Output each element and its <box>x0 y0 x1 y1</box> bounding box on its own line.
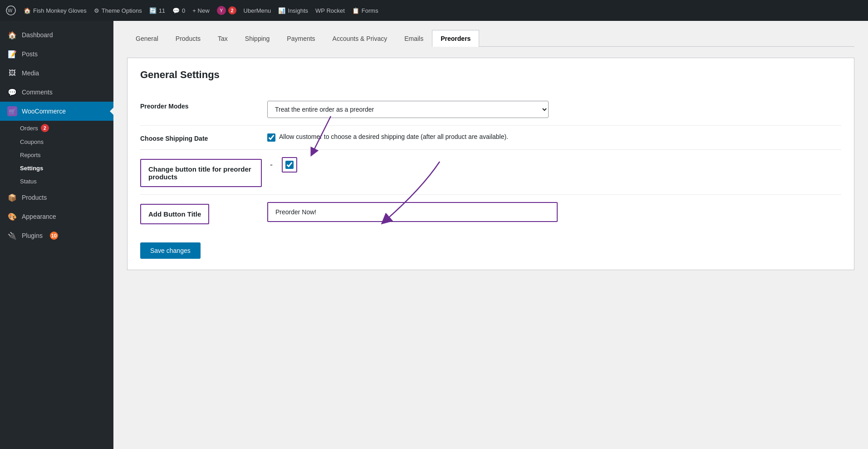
ubermenu-bar[interactable]: UberMenu <box>244 7 271 14</box>
shipping-date-row: Choose Shipping Date Allow customer to c… <box>140 126 841 150</box>
add-button-title-input[interactable] <box>268 203 557 221</box>
preorder-modes-label: Preorder Modes <box>140 94 267 126</box>
posts-icon: 📝 <box>7 49 17 59</box>
shipping-date-text: Allow customer to choose a desired shipp… <box>279 133 508 140</box>
new-button[interactable]: + New <box>192 7 209 14</box>
change-button-title-row: Change button title for preorder product… <box>140 150 841 195</box>
tab-preorders[interactable]: Preorders <box>432 30 479 47</box>
add-button-title-label: Add Button Title <box>140 204 209 224</box>
add-button-title-input-wrapper <box>267 202 558 222</box>
dashboard-icon: 🏠 <box>7 30 17 40</box>
comments-bar[interactable]: 💬 0 <box>172 7 185 14</box>
sidebar-item-media[interactable]: 🖼 Media <box>0 64 113 83</box>
sidebar-item-appearance[interactable]: 🎨 Appearance <box>0 207 113 226</box>
tab-products[interactable]: Products <box>167 30 209 47</box>
shipping-date-label: Choose Shipping Date <box>140 126 267 150</box>
shipping-date-checkbox[interactable] <box>267 133 275 142</box>
orders-badge: 2 <box>41 124 49 132</box>
woocommerce-icon: 🛒 <box>7 106 17 116</box>
settings-panel: General Settings Preorder Modes Treat th… <box>127 58 854 270</box>
sidebar-item-posts[interactable]: 📝 Posts <box>0 44 113 64</box>
change-button-title-cell: - <box>267 157 841 173</box>
tab-payments[interactable]: Payments <box>278 30 324 47</box>
sidebar-sub-status[interactable]: Status <box>0 175 113 188</box>
wp-logo[interactable]: W <box>5 5 16 16</box>
shipping-date-checkbox-label[interactable]: Allow customer to choose a desired shipp… <box>267 133 841 142</box>
preorder-modes-select[interactable]: Treat the entire order as a preorder Tre… <box>267 101 549 118</box>
wprocket-bar[interactable]: WP Rocket <box>315 7 345 14</box>
appearance-icon: 🎨 <box>7 212 17 222</box>
yoast-badge: 2 <box>228 6 236 15</box>
preorder-modes-row: Preorder Modes Treat the entire order as… <box>140 94 841 126</box>
plugins-badge: 10 <box>50 232 58 240</box>
insights-bar[interactable]: 📊 Insights <box>278 7 308 14</box>
theme-options[interactable]: ⚙ Theme Options <box>94 7 142 14</box>
save-changes-button[interactable]: Save changes <box>140 242 201 259</box>
products-icon: 📦 <box>7 192 17 202</box>
sidebar: 🏠 Dashboard 📝 Posts 🖼 Media 💬 Comments 🛒… <box>0 21 113 449</box>
main-layout: 🏠 Dashboard 📝 Posts 🖼 Media 💬 Comments 🛒… <box>0 21 868 449</box>
tab-shipping[interactable]: Shipping <box>236 30 279 47</box>
settings-table: Preorder Modes Treat the entire order as… <box>140 94 841 232</box>
svg-text:W: W <box>8 8 13 13</box>
tab-general[interactable]: General <box>127 30 167 47</box>
sidebar-item-plugins[interactable]: 🔌 Plugins 10 <box>0 226 113 245</box>
sidebar-sub-orders[interactable]: Orders 2 <box>0 121 113 135</box>
yoast-bar[interactable]: Y 2 <box>217 6 236 15</box>
site-name[interactable]: 🏠 Fish Monkey Gloves <box>24 7 87 14</box>
plugins-icon: 🔌 <box>7 231 17 241</box>
dash-separator: - <box>270 160 273 170</box>
change-button-title-checkbox[interactable] <box>285 161 294 169</box>
sidebar-item-products[interactable]: 📦 Products <box>0 188 113 207</box>
sidebar-sub-coupons[interactable]: Coupons <box>0 135 113 148</box>
tab-emails[interactable]: Emails <box>396 30 432 47</box>
comments-icon: 💬 <box>7 87 17 97</box>
sidebar-sub-settings[interactable]: Settings <box>0 162 113 175</box>
updates[interactable]: 🔄 11 <box>149 7 165 14</box>
add-button-title-row: Add Button Title <box>140 195 841 232</box>
page-title: General Settings <box>140 69 841 81</box>
tab-tax[interactable]: Tax <box>209 30 236 47</box>
forms-bar[interactable]: 📋 Forms <box>352 7 378 14</box>
change-button-checkbox-wrapper <box>282 157 297 173</box>
media-icon: 🖼 <box>7 68 17 78</box>
sidebar-sub-reports[interactable]: Reports <box>0 148 113 162</box>
settings-tabs: General Products Tax Shipping Payments A… <box>127 30 854 47</box>
admin-bar: W 🏠 Fish Monkey Gloves ⚙ Theme Options 🔄… <box>0 0 868 21</box>
sidebar-item-comments[interactable]: 💬 Comments <box>0 83 113 102</box>
tab-accounts-privacy[interactable]: Accounts & Privacy <box>324 30 396 47</box>
change-button-title-label: Change button title for preorder product… <box>140 159 262 187</box>
content-area: General Products Tax Shipping Payments A… <box>113 21 868 449</box>
sidebar-item-dashboard[interactable]: 🏠 Dashboard <box>0 25 113 44</box>
sidebar-item-woocommerce[interactable]: 🛒 WooCommerce <box>0 102 113 121</box>
